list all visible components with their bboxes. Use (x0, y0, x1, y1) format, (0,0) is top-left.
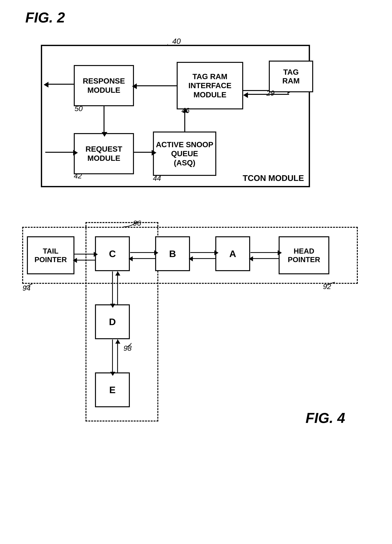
arrow-d-e (112, 339, 113, 373)
tag-ram-label: TAGRAM (282, 68, 300, 85)
response-module-box: RESPONSEMODULE (74, 65, 134, 106)
a-box: A (215, 236, 250, 271)
ref-50: 50 (75, 104, 83, 113)
head-pointer-label: HEADPOINTER (288, 247, 320, 264)
arrow-a-head-top-head (278, 250, 282, 255)
arrow-resp-tag-line (134, 85, 177, 86)
e-box: E (95, 373, 130, 407)
arrow-c-d (112, 272, 113, 305)
arrow-tail-c-top-head (94, 252, 98, 257)
tag-ram-interface-label: TAG RAMINTERFACEMODULE (188, 72, 232, 99)
arrow-e-d-head (115, 339, 120, 344)
response-module-label: RESPONSEMODULE (83, 77, 125, 95)
arrow-down-req-head (102, 132, 107, 137)
arrow-c-b-top (130, 252, 155, 253)
tag-ram-interface-box: TAG RAMINTERFACEMODULE (177, 62, 243, 109)
request-module-label: REQUESTMODULE (85, 144, 122, 163)
ref-42: 42 (74, 171, 82, 180)
d-label: D (109, 316, 116, 327)
e-label: E (109, 384, 116, 395)
ref-40: 40 (172, 37, 181, 46)
line-req-asq (134, 152, 153, 153)
c-label: C (109, 248, 116, 259)
d-box: D (95, 304, 130, 339)
b-box: B (155, 236, 190, 271)
arrow-req-in-head (73, 150, 78, 156)
request-module-box: REQUESTMODULE (74, 133, 134, 174)
arrow-d-e-head (110, 372, 115, 376)
arrow-left-response-head (44, 82, 48, 88)
ref-98: 98 (124, 344, 131, 353)
tcon-label: TCON MODULE (243, 173, 304, 183)
fig4-title: FIG. 4 (306, 410, 345, 426)
tail-pointer-label: TAILPOINTER (35, 247, 67, 264)
arrow-req-asq-head (152, 150, 156, 156)
arrow-a-head-top (250, 252, 279, 253)
arrow-head-a-back-head (249, 256, 253, 261)
tail-pointer-box: TAILPOINTER (27, 236, 74, 274)
arrow-c-tail-back (74, 260, 95, 260)
arrow-head-a-back (250, 258, 279, 259)
arrow-a-b-back-head (189, 256, 193, 261)
fig4-diagram: TAILPOINTER C B A HEADPOINTER D (13, 217, 377, 439)
arrow-req-in-line (45, 152, 75, 153)
arrow-b-c-back-head (129, 256, 133, 261)
c-box: C (95, 236, 130, 271)
asq-label: ACTIVE SNOOPQUEUE(ASQ) (156, 140, 214, 167)
arrow-d-c-head (115, 272, 120, 276)
asq-box: ACTIVE SNOOPQUEUE(ASQ) (153, 131, 216, 176)
arrow-d-c (117, 272, 118, 305)
fig2-container: 40 TCON MODULE RESPONSEMODULE TAG RAMINT… (22, 32, 370, 198)
arrow-c-b-top-head (154, 250, 158, 255)
arrow-tail-c-top (74, 254, 95, 254)
ref-92: 92 (323, 282, 331, 291)
a-label: A (229, 248, 236, 259)
arrow-a-b-back (190, 258, 215, 259)
ref-94: 94 (23, 284, 30, 292)
head-pointer-box: HEADPOINTER (279, 236, 329, 274)
arrow-left-response-line (45, 84, 75, 85)
b-label: B (169, 248, 176, 259)
ref-29: 29 (267, 89, 274, 97)
arrow-c-d-head (110, 304, 115, 308)
page: FIG. 2 40 TCON MODULE RESPONSEMODULE TAG… (0, 0, 392, 544)
arrow-resp-tag-head (132, 83, 137, 89)
arrow-b-a-top-head (214, 250, 219, 255)
arrow-c-tail-back-head (73, 258, 77, 263)
arrow-b-a-top (190, 252, 215, 253)
ref-44: 44 (153, 174, 161, 183)
ref-96: 96 (133, 219, 141, 227)
ref-46: 46 (181, 106, 190, 115)
arrow-tagram-back-head (243, 92, 248, 98)
tag-ram-box: TAGRAM (269, 61, 313, 92)
fig4-section: TAILPOINTER C B A HEADPOINTER D (13, 217, 377, 439)
v-line-resp-req (104, 106, 105, 133)
arrow-b-c-back (130, 258, 155, 259)
fig2-title: FIG. 2 (25, 10, 379, 26)
arrow-e-d (117, 339, 118, 373)
